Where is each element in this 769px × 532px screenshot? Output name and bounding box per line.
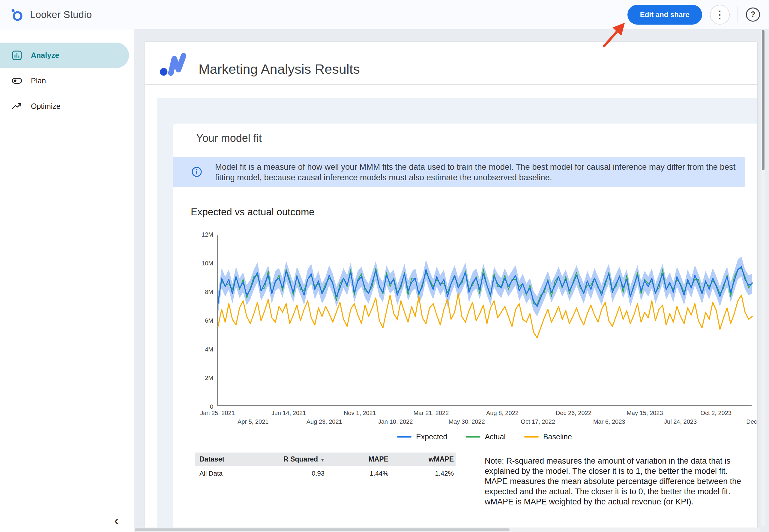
table-header-wmape[interactable]: wMAPE bbox=[390, 455, 456, 463]
chart-icon bbox=[11, 49, 23, 61]
table-row: All Data 0.93 1.44% 1.42% bbox=[195, 466, 456, 481]
x-axis-labels: Jan 25, 2021Apr 5, 2021Jun 14, 2021Aug 2… bbox=[217, 409, 752, 428]
baseline-line bbox=[218, 294, 752, 338]
app-name: Looker Studio bbox=[30, 9, 92, 20]
content-area: Analyze Plan Optimize ‹ bbox=[0, 29, 769, 532]
info-icon bbox=[191, 166, 202, 177]
legend-item-baseline: Baseline bbox=[524, 432, 572, 441]
x-tick-label: Jun 14, 2021 bbox=[271, 410, 306, 417]
header-divider bbox=[145, 84, 757, 85]
cell-dataset: All Data bbox=[195, 470, 268, 477]
x-tick-label: Apr 5, 2021 bbox=[238, 418, 268, 425]
baseline-swatch-icon bbox=[524, 436, 539, 438]
model-fit-section: Your model fit Model fit is a measure of… bbox=[157, 98, 757, 532]
actual-swatch-icon bbox=[466, 436, 480, 438]
cell-wmape: 1.42% bbox=[390, 470, 456, 477]
vertical-scrollbar-track bbox=[761, 29, 765, 527]
x-tick-label: Aug 8, 2022 bbox=[486, 410, 519, 417]
trending-up-icon bbox=[11, 100, 23, 112]
y-tick-label: 6M bbox=[173, 317, 213, 324]
sidebar-item-label: Plan bbox=[31, 76, 46, 85]
x-tick-label: May 15, 2023 bbox=[627, 410, 663, 417]
more-options-button[interactable]: ⋮ bbox=[710, 5, 730, 25]
edit-and-share-button[interactable]: Edit and share bbox=[627, 5, 702, 25]
x-tick-label: Dec 26, 2022 bbox=[556, 410, 591, 417]
table-header-dataset[interactable]: Dataset bbox=[195, 455, 268, 463]
sidebar-item-optimize[interactable]: Optimize bbox=[0, 94, 129, 119]
report-title: Marketing Analysis Results bbox=[199, 61, 360, 77]
topbar-divider bbox=[738, 6, 738, 23]
y-axis-labels: 12M 10M 8M 6M 4M 2M 0 bbox=[173, 231, 213, 410]
toggle-icon bbox=[11, 75, 23, 87]
x-tick-label: Dec bbox=[746, 418, 757, 425]
x-tick-label: Jul 24, 2023 bbox=[664, 418, 697, 425]
y-tick-label: 4M bbox=[173, 346, 213, 353]
sidebar-item-label: Analyze bbox=[31, 51, 59, 60]
model-fit-note: Note: R-squared measures the amount of v… bbox=[485, 456, 743, 507]
x-tick-label: Mar 6, 2023 bbox=[593, 418, 625, 425]
kebab-icon: ⋮ bbox=[714, 8, 725, 21]
model-fit-table: Dataset R Squared▼ MAPE wMAPE All Data 0… bbox=[195, 453, 456, 531]
vertical-scrollbar-thumb[interactable] bbox=[762, 30, 765, 170]
info-banner-text: Model fit is a measure of how well your … bbox=[215, 162, 746, 183]
y-tick-label: 0 bbox=[173, 403, 213, 410]
table-empty-area bbox=[195, 481, 456, 531]
x-tick-label: Jan 25, 2021 bbox=[200, 410, 235, 417]
legend-label: Expected bbox=[416, 432, 447, 441]
expected-swatch-icon bbox=[397, 436, 411, 438]
sidebar-item-plan[interactable]: Plan bbox=[0, 68, 129, 94]
confidence-band bbox=[218, 257, 752, 316]
y-tick-label: 12M bbox=[173, 231, 213, 238]
x-tick-label: Aug 23, 2021 bbox=[307, 418, 342, 425]
help-icon: ? bbox=[750, 10, 756, 19]
legend-item-expected: Expected bbox=[397, 432, 447, 441]
x-tick-label: May 30, 2022 bbox=[449, 418, 485, 425]
topbar: Looker Studio Edit and share ⋮ ? bbox=[0, 0, 769, 29]
help-button[interactable]: ? bbox=[746, 7, 760, 22]
plot-svg bbox=[218, 235, 752, 406]
chevron-left-icon: ‹ bbox=[114, 513, 119, 528]
x-tick-label: Oct 17, 2022 bbox=[521, 418, 555, 425]
x-tick-label: Jan 10, 2022 bbox=[378, 418, 413, 425]
chart-title: Expected vs actual outcome bbox=[191, 206, 315, 218]
legend-item-actual: Actual bbox=[466, 432, 505, 441]
y-tick-label: 2M bbox=[173, 375, 213, 381]
table-header-mape[interactable]: MAPE bbox=[326, 455, 390, 463]
cell-mape: 1.44% bbox=[326, 470, 390, 477]
x-tick-label: Oct 2, 2023 bbox=[701, 410, 732, 417]
y-tick-label: 8M bbox=[173, 288, 213, 295]
looker-studio-logo bbox=[10, 8, 23, 21]
app-logo-wrap: Looker Studio bbox=[10, 8, 92, 21]
sidebar-item-analyze[interactable]: Analyze bbox=[0, 43, 129, 68]
cell-r-squared: 0.93 bbox=[268, 470, 326, 477]
sidebar: Analyze Plan Optimize ‹ bbox=[0, 29, 134, 532]
expected-vs-actual-chart bbox=[217, 235, 752, 406]
sidebar-item-label: Optimize bbox=[31, 102, 61, 111]
table-header-r-squared[interactable]: R Squared▼ bbox=[268, 455, 326, 463]
y-tick-label: 10M bbox=[173, 260, 213, 267]
table-header-row: Dataset R Squared▼ MAPE wMAPE bbox=[195, 453, 456, 466]
sidebar-collapse-button[interactable]: ‹ bbox=[114, 513, 119, 527]
info-banner: Model fit is a measure of how well your … bbox=[173, 157, 745, 187]
horizontal-scrollbar-thumb[interactable] bbox=[135, 528, 510, 531]
model-fit-card: Your model fit Model fit is a measure of… bbox=[173, 124, 757, 532]
main-area: Marketing Analysis Results Your model fi… bbox=[134, 29, 769, 532]
meridian-logo bbox=[159, 52, 189, 76]
chart-legend: Expected Actual Baseline bbox=[217, 432, 752, 441]
card-title: Your model fit bbox=[196, 132, 262, 145]
sidebar-nav: Analyze Plan Optimize bbox=[0, 43, 134, 119]
report-header: Marketing Analysis Results bbox=[145, 42, 757, 84]
horizontal-scrollbar-track bbox=[134, 528, 760, 532]
x-tick-label: Nov 1, 2021 bbox=[344, 410, 376, 417]
legend-label: Actual bbox=[485, 432, 505, 441]
sort-desc-icon: ▼ bbox=[320, 458, 325, 462]
x-tick-label: Mar 21, 2022 bbox=[413, 410, 449, 417]
report-canvas: Marketing Analysis Results Your model fi… bbox=[145, 42, 757, 532]
topbar-actions: Edit and share ⋮ ? bbox=[627, 5, 760, 25]
legend-label: Baseline bbox=[543, 432, 572, 441]
